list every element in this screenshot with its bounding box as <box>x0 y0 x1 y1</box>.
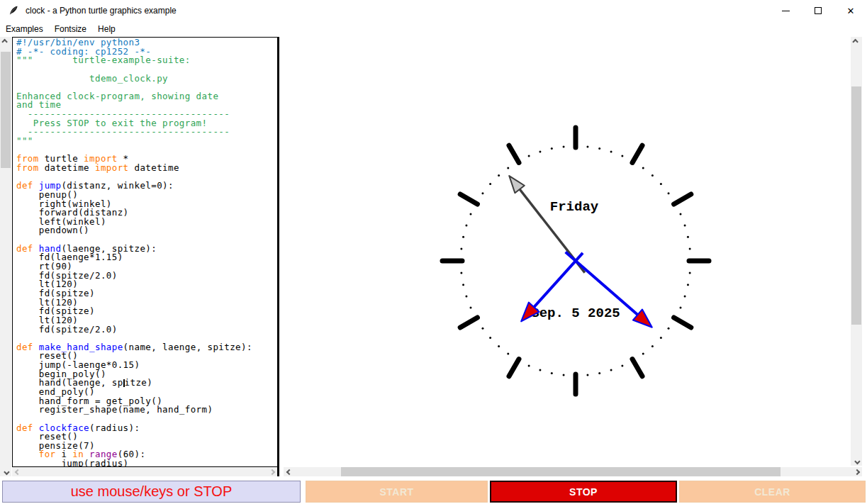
canvas-vertical-scrollbar[interactable] <box>851 37 862 466</box>
clock-minute-dot <box>660 183 662 185</box>
editor-border <box>277 37 279 479</box>
scroll-up-icon[interactable] <box>851 37 861 46</box>
code-token: """ turtle-example-suite: <box>16 55 191 65</box>
window-controls: ✕ <box>769 0 867 21</box>
clock-day-text: Friday <box>550 199 599 215</box>
scroll-down-icon[interactable] <box>0 467 11 476</box>
window-title: clock - a Python turtle graphics example <box>26 6 177 16</box>
menu-fontsize[interactable]: Fontsize <box>50 23 91 35</box>
scrollbar-thumb[interactable] <box>341 467 781 476</box>
code-token: from <box>16 162 39 173</box>
clock-hour-tick <box>674 194 691 204</box>
scroll-right-icon[interactable] <box>851 467 862 476</box>
clock-minute-dot <box>539 369 541 371</box>
clock-hour-tick <box>632 145 642 162</box>
clock-minute-dot <box>481 192 483 194</box>
code-line: jump(radius) <box>16 459 277 467</box>
code-token: itze) <box>125 377 153 388</box>
clock-minute-dot <box>539 150 541 152</box>
clock-minute-dot <box>507 167 509 169</box>
editor-vertical-scrollbar[interactable] <box>0 37 11 476</box>
clock-minute-dot <box>668 327 670 330</box>
menu-examples[interactable]: Examples <box>1 23 48 35</box>
clock-minute-dot <box>551 372 553 374</box>
code-line: tdemo_clock.py <box>16 74 277 84</box>
clock-minute-dot <box>489 337 491 339</box>
clock-hour-tick <box>460 194 477 204</box>
clock-minute-dot <box>598 372 600 374</box>
minimize-button[interactable] <box>769 0 802 21</box>
clock-minute-dot <box>687 284 689 286</box>
code-line: """ <box>16 137 277 146</box>
clock-minute-dot <box>651 174 654 177</box>
close-icon: ✕ <box>847 6 855 16</box>
clear-button[interactable]: CLEAR <box>679 481 866 503</box>
clock-minute-dot <box>598 147 600 150</box>
code-token: (name, laenge, spitze): <box>123 342 252 352</box>
code-line: pendown() <box>16 226 277 235</box>
scrollbar-thumb[interactable] <box>1 52 11 168</box>
maximize-icon <box>815 7 822 14</box>
clock-minute-dot <box>660 337 662 339</box>
scroll-down-icon[interactable] <box>851 457 861 466</box>
clock-minute-dot <box>679 306 681 308</box>
canvas-horizontal-scrollbar[interactable] <box>284 467 862 476</box>
clock-hour-tick <box>509 359 519 376</box>
clock-minute-dot <box>528 155 530 157</box>
title-bar: clock - a Python turtle graphics example… <box>0 0 867 21</box>
status-label: use mouse/keys or STOP <box>2 481 301 503</box>
clock-minute-dot <box>481 327 483 330</box>
clock-minute-dot <box>621 364 623 366</box>
code-token: (radius): <box>89 422 140 433</box>
clock-minute-dot <box>642 353 644 355</box>
code-line: register_shape(name, hand_form) <box>16 405 277 415</box>
app-icon-feather <box>8 5 19 16</box>
scrollbar-thumb[interactable] <box>851 86 861 325</box>
clock-minute-dot <box>610 150 613 152</box>
clock-minute-dot <box>586 374 588 376</box>
clock-minute-dot <box>470 213 472 215</box>
hour-hand <box>534 253 583 307</box>
minimize-icon <box>782 11 790 11</box>
scroll-up-icon[interactable] <box>0 37 11 46</box>
clock-minute-dot <box>465 224 467 226</box>
clock-hour-tick <box>460 318 477 327</box>
scroll-right-icon[interactable] <box>267 467 277 476</box>
clock-minute-dot <box>489 183 491 185</box>
code-token: datetime <box>129 162 179 173</box>
clock-minute-dot <box>679 213 681 215</box>
editor-horizontal-scrollbar[interactable] <box>12 467 277 476</box>
app-window: clock - a Python turtle graphics example… <box>0 0 867 504</box>
clock-minute-dot <box>563 374 565 376</box>
clock-minute-dot <box>687 236 689 238</box>
clock-minute-dot <box>498 174 500 177</box>
scroll-left-icon[interactable] <box>12 467 23 476</box>
maximize-button[interactable] <box>802 0 834 21</box>
clock-minute-dot <box>651 345 654 347</box>
start-button[interactable]: START <box>306 481 488 503</box>
code-token: pendown() <box>16 225 89 235</box>
code-line: """ turtle-example-suite: <box>16 56 277 65</box>
clock-minute-dot <box>551 147 553 150</box>
stop-button[interactable]: STOP <box>490 481 677 503</box>
control-bar: use mouse/keys or STOP START STOP CLEAR <box>0 476 867 504</box>
clock-minute-dot <box>498 345 500 347</box>
clock-minute-dot <box>684 224 686 226</box>
clock-minute-dot <box>462 236 464 238</box>
code-token: register_shape(name, hand_form) <box>16 404 213 415</box>
clock-minute-dot <box>563 145 565 147</box>
clock-date-text: Sep. 5 2025 <box>531 306 620 321</box>
clock-minute-dot <box>460 271 462 274</box>
clock-minute-dot <box>642 167 644 169</box>
clock-minute-dot <box>668 192 670 194</box>
clock-drawing: FridaySep. 5 2025 <box>284 37 850 466</box>
clock-minute-dot <box>586 145 588 147</box>
menu-help[interactable]: Help <box>93 23 121 35</box>
code-line: fd(spitze/2.0) <box>16 325 277 335</box>
turtle-canvas[interactable]: FridaySep. 5 2025 <box>284 37 850 466</box>
close-button[interactable]: ✕ <box>834 0 867 21</box>
scroll-left-icon[interactable] <box>284 467 294 476</box>
code-area[interactable]: #!/usr/bin/env python3# -*- coding: cp12… <box>12 37 278 467</box>
clock-hour-tick <box>674 318 691 327</box>
clock-minute-dot <box>470 306 472 308</box>
